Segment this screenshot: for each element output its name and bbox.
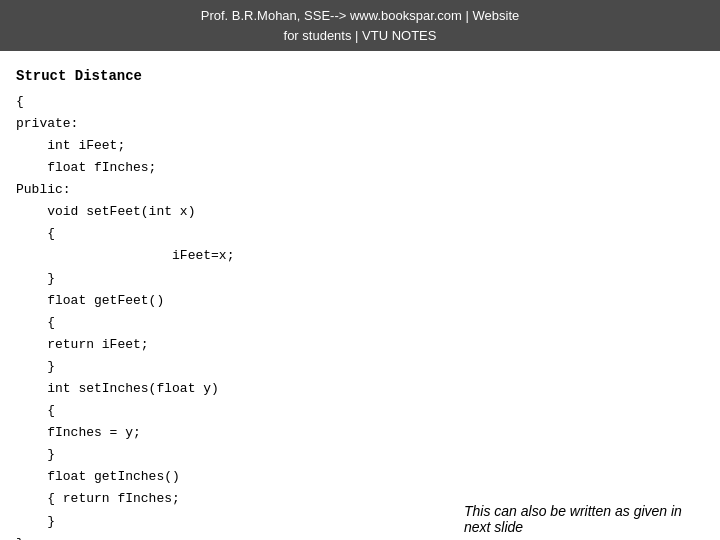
code-line-16: fInches = y; bbox=[16, 422, 444, 444]
note-section: This can also be written as given in nex… bbox=[444, 65, 704, 540]
code-line-13: } bbox=[16, 356, 444, 378]
code-line-4: float fInches; bbox=[16, 157, 444, 179]
code-line-21: }; bbox=[16, 533, 444, 540]
code-line-8: iFeet=x; bbox=[16, 245, 444, 267]
code-line-6: void setFeet(int x) bbox=[16, 201, 444, 223]
code-line-3: int iFeet; bbox=[16, 135, 444, 157]
code-line-18: float getInches() bbox=[16, 466, 444, 488]
code-line-10: float getFeet() bbox=[16, 290, 444, 312]
code-line-7: { bbox=[16, 223, 444, 245]
main-content: Struct Distance { private: int iFeet; fl… bbox=[0, 55, 720, 540]
header-line2: for students | VTU NOTES bbox=[284, 28, 437, 43]
note-text: This can also be written as given in nex… bbox=[464, 503, 704, 535]
code-line-15: { bbox=[16, 400, 444, 422]
code-section: Struct Distance { private: int iFeet; fl… bbox=[16, 65, 444, 540]
code-title: Struct Distance bbox=[16, 65, 444, 89]
code-line-1: { bbox=[16, 91, 444, 113]
code-line-17: } bbox=[16, 444, 444, 466]
code-line-5: Public: bbox=[16, 179, 444, 201]
code-line-11: { bbox=[16, 312, 444, 334]
header-line1: Prof. B.R.Mohan, SSE--> www.bookspar.com… bbox=[201, 8, 520, 23]
code-line-14: int setInches(float y) bbox=[16, 378, 444, 400]
code-line-19: { return fInches; bbox=[16, 488, 444, 510]
code-line-12: return iFeet; bbox=[16, 334, 444, 356]
header-bar: Prof. B.R.Mohan, SSE--> www.bookspar.com… bbox=[0, 0, 720, 51]
code-line-20: } bbox=[16, 511, 444, 533]
code-line-2: private: bbox=[16, 113, 444, 135]
code-line-9: } bbox=[16, 268, 444, 290]
